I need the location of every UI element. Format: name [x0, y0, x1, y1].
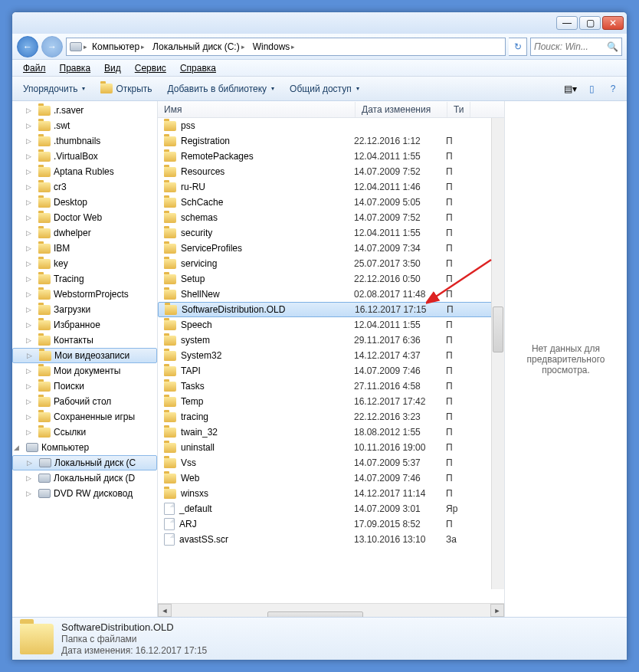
- collapse-icon[interactable]: ◢: [14, 444, 21, 451]
- breadcrumb-windows[interactable]: Windows▸: [250, 40, 299, 54]
- scroll-left-button[interactable]: ◄: [158, 604, 172, 617]
- menu-tools[interactable]: Сервис: [129, 61, 172, 75]
- sidebar-item[interactable]: ▷IBM: [12, 241, 157, 256]
- table-row[interactable]: ShellNew02.08.2017 11:48П: [158, 287, 504, 302]
- sidebar-item[interactable]: ▷Избранное: [12, 317, 157, 333]
- sidebar-item[interactable]: ▷Сохраненные игры: [12, 409, 157, 425]
- column-date[interactable]: Дата изменения: [356, 102, 447, 117]
- expand-icon[interactable]: ▷: [27, 459, 34, 467]
- scrollbar-thumb[interactable]: [267, 611, 363, 618]
- table-row[interactable]: security12.04.2011 1:55П: [158, 225, 504, 241]
- table-row[interactable]: Vss14.07.2009 5:37П: [158, 455, 504, 470]
- table-row[interactable]: twain_3218.08.2012 1:55П: [158, 425, 504, 440]
- forward-button[interactable]: →: [41, 36, 63, 57]
- column-name[interactable]: Имя: [158, 102, 356, 117]
- expand-icon[interactable]: ▷: [26, 413, 34, 421]
- sidebar-item[interactable]: ▷Мои видеозаписи: [12, 348, 157, 363]
- table-row[interactable]: servicing25.07.2017 3:50П: [158, 256, 504, 271]
- back-button[interactable]: ←: [17, 36, 38, 57]
- sidebar-item[interactable]: ▷WebstormProjects: [12, 287, 157, 302]
- expand-icon[interactable]: ▷: [26, 398, 34, 405]
- scroll-right-button[interactable]: ►: [490, 604, 504, 617]
- expand-icon[interactable]: ▷: [26, 152, 34, 160]
- table-row[interactable]: system29.11.2017 6:36П: [158, 333, 504, 348]
- sidebar-item[interactable]: ▷Desktop: [12, 195, 157, 210]
- table-row[interactable]: Setup22.12.2016 0:50П: [158, 271, 504, 287]
- table-row[interactable]: tracing22.12.2016 3:23П: [158, 409, 504, 425]
- table-row[interactable]: Tasks27.11.2016 4:58П: [158, 379, 504, 394]
- table-row[interactable]: Web14.07.2009 7:46П: [158, 470, 504, 486]
- expand-icon[interactable]: ▷: [26, 168, 34, 175]
- menu-view[interactable]: Вид: [98, 61, 127, 75]
- sidebar-item[interactable]: ▷Aptana Rubles: [12, 164, 157, 179]
- sidebar-drive[interactable]: ▷Локальный диск (D: [12, 470, 157, 486]
- breadcrumb-drive[interactable]: Локальный диск (C:)▸: [149, 40, 248, 54]
- expand-icon[interactable]: ▷: [26, 382, 34, 390]
- share-button[interactable]: Общий доступ: [283, 80, 365, 97]
- expand-icon[interactable]: ▷: [26, 137, 34, 145]
- maximize-button[interactable]: ▢: [579, 16, 601, 30]
- expand-icon[interactable]: ▷: [26, 244, 34, 252]
- expand-icon[interactable]: ▷: [26, 306, 34, 313]
- expand-icon[interactable]: ▷: [26, 367, 34, 375]
- expand-icon[interactable]: ▷: [26, 107, 34, 114]
- file-list[interactable]: pssRegistration22.12.2016 1:12ПRemotePac…: [158, 118, 504, 603]
- vertical-scrollbar[interactable]: [491, 118, 504, 589]
- view-mode-button[interactable]: ▤▾: [561, 80, 579, 98]
- table-row[interactable]: ARJ17.09.2015 8:52П: [158, 516, 504, 532]
- expand-icon[interactable]: ▷: [26, 490, 34, 497]
- table-row[interactable]: Resources14.07.2009 7:52П: [158, 164, 504, 179]
- expand-icon[interactable]: ▷: [26, 198, 34, 206]
- sidebar-drive[interactable]: ▷DVD RW дисковод: [12, 486, 157, 501]
- close-button[interactable]: ✕: [602, 16, 624, 30]
- minimize-button[interactable]: —: [556, 16, 578, 30]
- expand-icon[interactable]: ▷: [26, 183, 34, 191]
- sidebar-item[interactable]: ▷.thumbnails: [12, 133, 157, 149]
- sidebar-item[interactable]: ▷Контакты: [12, 333, 157, 348]
- expand-icon[interactable]: ▷: [26, 214, 34, 221]
- table-row[interactable]: Registration22.12.2016 1:12П: [158, 133, 504, 149]
- sidebar-drive[interactable]: ▷Локальный диск (C: [12, 455, 157, 470]
- menu-help[interactable]: Справка: [174, 61, 222, 75]
- address-bar[interactable]: ▸ Компьютер▸ Локальный диск (C:)▸ Window…: [66, 38, 506, 56]
- expand-icon[interactable]: ▷: [26, 260, 34, 267]
- expand-icon[interactable]: ▷: [26, 229, 34, 237]
- column-type[interactable]: Ти: [447, 102, 470, 117]
- sidebar[interactable]: ▷.r.saver▷.swt▷.thumbnails▷.VirtualBox▷A…: [12, 101, 158, 617]
- table-row[interactable]: avastSS.scr13.10.2016 13:10За: [158, 532, 504, 547]
- sidebar-item[interactable]: ▷Поиски: [12, 379, 157, 394]
- sidebar-computer[interactable]: ◢Компьютер: [12, 440, 157, 455]
- sidebar-item[interactable]: ▷.r.saver: [12, 103, 157, 118]
- breadcrumb-computer[interactable]: Компьютер▸: [89, 40, 148, 54]
- expand-icon[interactable]: ▷: [26, 290, 34, 298]
- sidebar-item[interactable]: ▷Загрузки: [12, 302, 157, 317]
- table-row[interactable]: _default14.07.2009 3:01Яр: [158, 501, 504, 516]
- sidebar-item[interactable]: ▷Tracing: [12, 271, 157, 287]
- expand-icon[interactable]: ▷: [26, 428, 34, 436]
- horizontal-scrollbar[interactable]: ◄ ►: [158, 603, 504, 617]
- menu-file[interactable]: Файл: [17, 61, 52, 75]
- table-row[interactable]: RemotePackages12.04.2011 1:55П: [158, 149, 504, 164]
- sidebar-item[interactable]: ▷Мои документы: [12, 363, 157, 379]
- table-row[interactable]: SchCache14.07.2009 5:05П: [158, 195, 504, 210]
- sidebar-item[interactable]: ▷dwhelper: [12, 225, 157, 241]
- refresh-button[interactable]: ↻: [509, 38, 527, 56]
- table-row[interactable]: Speech12.04.2011 1:55П: [158, 317, 504, 333]
- table-row[interactable]: ServiceProfiles14.07.2009 7:34П: [158, 241, 504, 256]
- table-row[interactable]: winsxs14.12.2017 11:14П: [158, 486, 504, 501]
- sidebar-item[interactable]: ▷cr3: [12, 179, 157, 195]
- add-to-library-button[interactable]: Добавить в библиотеку: [162, 80, 281, 97]
- sidebar-item[interactable]: ▷Doctor Web: [12, 210, 157, 225]
- table-row[interactable]: uninstall10.11.2016 19:00П: [158, 440, 504, 455]
- table-row[interactable]: ru-RU12.04.2011 1:46П: [158, 179, 504, 195]
- table-row[interactable]: pss: [158, 118, 504, 133]
- search-input[interactable]: [534, 41, 607, 52]
- expand-icon[interactable]: ▷: [26, 122, 34, 129]
- sidebar-item[interactable]: ▷Ссылки: [12, 425, 157, 440]
- expand-icon[interactable]: ▷: [26, 336, 34, 344]
- table-row[interactable]: SoftwareDistribution.OLD16.12.2017 17:15…: [158, 302, 504, 317]
- open-button[interactable]: Открыть: [94, 80, 158, 97]
- sidebar-item[interactable]: ▷.VirtualBox: [12, 149, 157, 164]
- sidebar-item[interactable]: ▷.swt: [12, 118, 157, 133]
- table-row[interactable]: TAPI14.07.2009 7:46П: [158, 363, 504, 379]
